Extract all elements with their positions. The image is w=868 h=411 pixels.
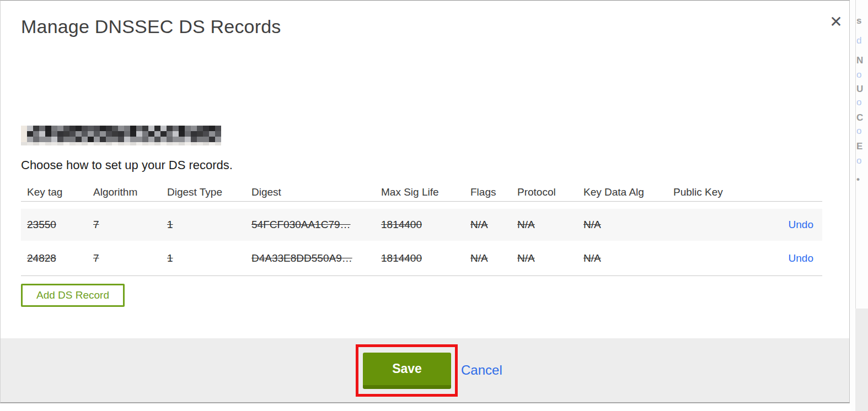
cancel-link[interactable]: Cancel [461, 363, 502, 378]
table-body: 23550 7 1 54FCF030AA1C79… 1814400 N/A N/… [21, 209, 822, 276]
cell-max-sig-life: 1814400 [381, 219, 470, 231]
save-button[interactable]: Save [363, 353, 451, 389]
page-behind-text-fragment: d [856, 35, 861, 46]
dimmed-page-behind-strip: sdNoUoCoEo• [850, 0, 868, 411]
cell-key-data-alg: N/A [583, 252, 673, 264]
subtitle-text: Choose how to set up your DS records. [21, 158, 233, 172]
table-row: 23550 7 1 54FCF030AA1C79… 1814400 N/A N/… [21, 209, 822, 241]
column-header-key-tag: Key tag [27, 186, 93, 198]
modal-footer: Save Cancel [1, 338, 849, 402]
cell-key-data-alg: N/A [583, 219, 673, 231]
column-header-algorithm: Algorithm [93, 186, 167, 198]
undo-link[interactable]: Undo [789, 219, 813, 230]
manage-dnssec-modal: Manage DNSSEC DS Records ✕ Choose how to… [0, 0, 850, 403]
page-behind-edge-line [855, 0, 856, 309]
cell-flags: N/A [470, 219, 517, 231]
cell-digest: 54FCF030AA1C79… [251, 219, 381, 231]
page-behind-text-fragment: E [856, 141, 862, 152]
cell-digest-type: 1 [167, 219, 251, 231]
column-header-protocol: Protocol [517, 186, 583, 198]
ds-records-table: Key tag Algorithm Digest Type Digest Max… [21, 183, 822, 276]
modal-title: Manage DNSSEC DS Records [21, 16, 281, 37]
cell-key-tag: 24828 [27, 252, 93, 264]
cell-protocol: N/A [517, 219, 583, 231]
cell-algorithm: 7 [93, 219, 167, 231]
cell-flags: N/A [470, 252, 517, 264]
undo-link[interactable]: Undo [789, 252, 813, 264]
table-row: 24828 7 1 D4A33E8DD550A9… 1814400 N/A N/… [21, 241, 822, 276]
column-header-key-data-alg: Key Data Alg [583, 186, 673, 198]
page-behind-text-fragment: s [856, 15, 861, 26]
page-behind-gray-area [855, 309, 868, 411]
table-header-row: Key tag Algorithm Digest Type Digest Max… [21, 183, 822, 202]
page-behind-text-fragment: C [856, 112, 863, 123]
cell-max-sig-life: 1814400 [381, 252, 470, 264]
cell-protocol: N/A [517, 252, 583, 264]
page-behind-text-fragment: o [856, 69, 861, 80]
cell-digest: D4A33E8DD550A9… [251, 252, 381, 264]
page-behind-text-fragment: o [856, 155, 861, 166]
page-behind-text-fragment: o [856, 126, 861, 137]
page: Manage DNSSEC DS Records ✕ Choose how to… [0, 0, 868, 411]
column-header-digest: Digest [251, 186, 381, 198]
add-ds-record-button[interactable]: Add DS Record [21, 284, 125, 307]
column-header-digest-type: Digest Type [167, 186, 251, 198]
page-behind-text-fragment: o [856, 97, 861, 108]
cell-algorithm: 7 [93, 252, 167, 264]
page-behind-text-fragment: N [856, 55, 863, 66]
cell-key-tag: 23550 [27, 219, 93, 231]
close-icon[interactable]: ✕ [827, 13, 845, 31]
column-header-public-key: Public Key [673, 186, 786, 198]
column-header-flags: Flags [470, 186, 517, 198]
redacted-domain-name [21, 126, 221, 145]
cell-digest-type: 1 [167, 252, 251, 264]
column-header-max-sig-life: Max Sig Life [381, 186, 470, 198]
page-behind-text-fragment: U [856, 84, 863, 95]
page-behind-text-fragment: • [856, 174, 860, 185]
